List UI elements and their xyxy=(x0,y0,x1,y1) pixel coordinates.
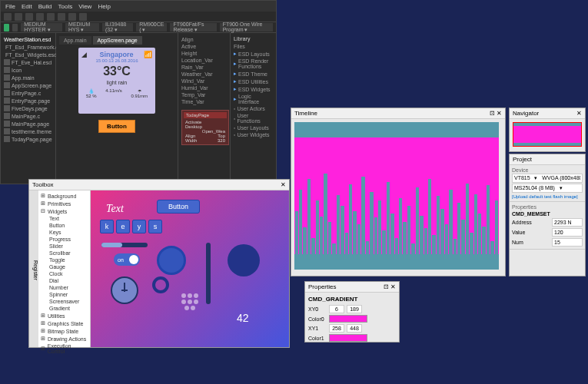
tb-redo-icon[interactable] xyxy=(79,13,87,21)
tree-item[interactable]: ⊟Widgets xyxy=(40,207,88,215)
close-icon[interactable]: ⊡ ✕ xyxy=(490,110,502,117)
lib-item[interactable]: ▫User Widgets xyxy=(234,131,273,138)
key-y[interactable]: y xyxy=(132,220,146,233)
tree-item[interactable]: Gauge xyxy=(40,263,88,270)
var-item[interactable]: Time_Var xyxy=(181,98,227,105)
spinner-widget[interactable] xyxy=(178,290,201,313)
node-todaypage[interactable]: TodayPage Activate Desktop Open_Wea Alig… xyxy=(181,110,229,145)
lib-item[interactable]: ▸ESD Utilities xyxy=(234,78,273,85)
tab-app-main[interactable]: App.main xyxy=(59,36,91,45)
config-dropdown-5[interactable]: FT900Fat/Fs Release ▾ xyxy=(170,23,216,31)
menu-tools[interactable]: Tools xyxy=(58,3,72,10)
address-input[interactable] xyxy=(552,218,583,227)
file-item[interactable]: FT_Esd_Widgets.esd xyxy=(4,51,52,58)
var-item[interactable]: Height xyxy=(181,50,227,57)
tree-item[interactable]: ⊞Execution Control xyxy=(40,343,88,355)
var-item[interactable]: Temp_Var xyxy=(181,91,227,98)
tree-item[interactable]: ⊞Background xyxy=(40,192,88,200)
progress-widget[interactable] xyxy=(101,243,148,247)
config-dropdown-1[interactable]: MEDIUM HYSTER ▾ xyxy=(21,23,62,31)
text-widget[interactable]: Text xyxy=(106,203,124,215)
menu-file[interactable]: File xyxy=(5,3,15,10)
lib-item[interactable]: ▸ESD Render Functions xyxy=(234,58,273,70)
y0-input[interactable] xyxy=(347,305,362,313)
tb-paste-icon[interactable] xyxy=(58,13,65,21)
tree-item[interactable]: Slider xyxy=(40,243,88,250)
tree-item[interactable]: Dial xyxy=(40,277,88,284)
close-icon[interactable]: ⊡ ✕ xyxy=(384,283,396,290)
var-item[interactable]: Location_Var xyxy=(181,57,227,64)
project-titlebar[interactable]: Project xyxy=(510,154,585,165)
file-item[interactable]: FT_Esd_Framework.esd xyxy=(4,43,52,51)
var-item[interactable]: Rain_Var xyxy=(181,64,227,71)
config-dropdown-6[interactable]: FT900 One Wire Program ▾ xyxy=(220,23,273,31)
close-icon[interactable]: ✕ xyxy=(576,110,582,117)
file-item[interactable]: FT_Eve_Hal.esd xyxy=(4,58,52,66)
button-widget[interactable]: Button xyxy=(98,120,135,133)
tree-item[interactable]: Text xyxy=(40,215,88,222)
var-item[interactable]: Align xyxy=(181,36,227,43)
tree-item[interactable]: Number xyxy=(40,284,88,291)
key-s[interactable]: s xyxy=(148,220,162,233)
slider-widget[interactable] xyxy=(206,243,211,304)
flash-link[interactable]: [Upload default test flash image] xyxy=(512,194,583,199)
file-item[interactable]: App.main xyxy=(4,74,52,81)
file-item[interactable]: AppScreen.page xyxy=(4,81,52,89)
tree-item[interactable]: Button xyxy=(40,222,88,229)
file-item[interactable]: Icon xyxy=(4,66,52,74)
key-k[interactable]: k xyxy=(100,220,114,233)
close-icon[interactable]: ✕ xyxy=(281,181,286,188)
lib-item[interactable]: Files xyxy=(234,43,273,50)
tree-item[interactable]: Scrollbar xyxy=(40,250,88,257)
config-dropdown-3[interactable]: ILI39488 (32 ▾ xyxy=(102,23,133,31)
widget-preview-canvas[interactable]: Text Button k e y s on 42 xyxy=(91,190,289,347)
tree-item[interactable]: Screensaver xyxy=(40,298,88,305)
device-select-1[interactable] xyxy=(512,174,583,183)
var-item[interactable]: Active xyxy=(181,43,227,50)
tree-item[interactable]: ⊞Graphics State xyxy=(40,319,88,327)
dial-widget[interactable] xyxy=(228,244,260,276)
tree-item[interactable]: ⊞Bitmap State xyxy=(40,327,88,335)
timeline-titlebar[interactable]: Timeline ⊡ ✕ xyxy=(291,108,505,119)
lib-item[interactable]: ▸ESD Theme xyxy=(234,70,273,78)
design-canvas[interactable]: App.main AppScreen.page ◢ Singapore 📶 15… xyxy=(56,33,178,184)
var-item[interactable]: Weather_Var xyxy=(181,71,227,78)
file-item[interactable]: TodayPage.page xyxy=(4,135,52,143)
file-item[interactable]: EntryPage.c xyxy=(4,89,52,97)
value-input[interactable] xyxy=(552,228,583,237)
menu-view[interactable]: View xyxy=(78,3,91,10)
tb-undo-icon[interactable] xyxy=(68,13,76,21)
tb-new-icon[interactable] xyxy=(4,13,12,21)
tree-item[interactable]: ⊞Primitives xyxy=(40,200,88,207)
lib-item[interactable]: ▫User Actors xyxy=(234,105,273,112)
tb-save-icon[interactable] xyxy=(25,13,33,21)
tb-copy-icon[interactable] xyxy=(47,13,55,21)
tree-item[interactable]: Spinner xyxy=(40,291,88,298)
tree-item[interactable]: ⊞Utilities xyxy=(40,312,88,319)
gauge-widget[interactable] xyxy=(157,246,186,275)
keys-widget[interactable]: k e y s xyxy=(100,220,162,233)
tb-open-icon[interactable] xyxy=(15,13,22,21)
tree-item[interactable]: Toggle xyxy=(40,257,88,263)
number-widget[interactable]: 42 xyxy=(237,312,249,324)
weather-widget-preview[interactable]: ◢ Singapore 📶 15:00:13 26.08.2016 33°C l… xyxy=(78,48,155,114)
tree-item[interactable]: Progress xyxy=(40,236,88,243)
lib-item[interactable]: ▸ESD Widgets xyxy=(234,85,273,93)
key-e[interactable]: e xyxy=(116,220,130,233)
x0-input[interactable] xyxy=(329,305,344,313)
file-item[interactable]: testtheme.theme xyxy=(4,127,52,135)
color0-swatch[interactable] xyxy=(329,315,367,323)
tree-item[interactable]: ⊞Drawing Actions xyxy=(40,335,88,343)
x1-input[interactable] xyxy=(329,324,344,333)
color1-swatch[interactable] xyxy=(329,334,367,342)
y1-input[interactable] xyxy=(347,324,362,333)
file-item[interactable]: MainPage.page xyxy=(4,120,52,127)
menu-edit[interactable]: Edit xyxy=(22,3,32,10)
navigator-preview[interactable] xyxy=(513,122,582,147)
tb-cut-icon[interactable] xyxy=(36,13,44,21)
lib-item[interactable]: ▸ESD Layouts xyxy=(234,50,273,58)
menu-build[interactable]: Build xyxy=(38,3,52,10)
tree-item[interactable]: Keys xyxy=(40,229,88,236)
toggle-widget[interactable]: on xyxy=(114,253,140,266)
scrollbar-widget[interactable] xyxy=(152,276,169,293)
